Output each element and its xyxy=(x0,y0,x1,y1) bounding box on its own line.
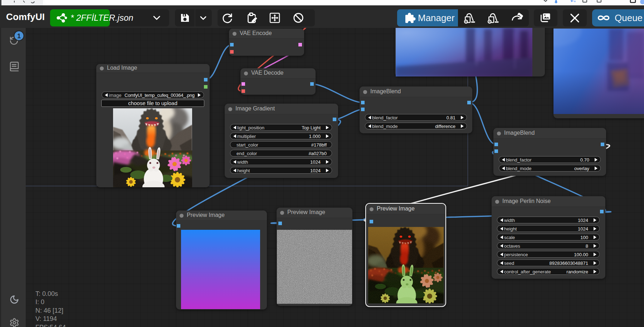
svg-text:Manager: Manager xyxy=(418,13,455,23)
svg-text:1: 1 xyxy=(17,33,21,40)
svg-text:Queue: Queue xyxy=(615,13,643,23)
